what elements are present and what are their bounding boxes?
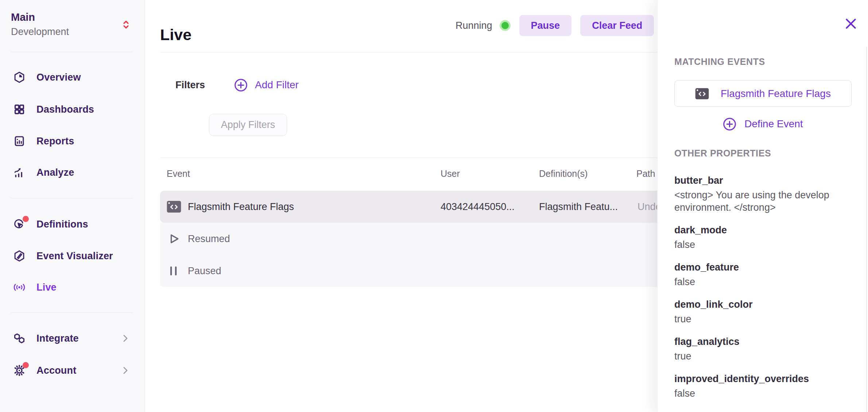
add-filter-label: Add Filter — [255, 79, 299, 91]
sidebar-item-account[interactable]: Account — [0, 359, 144, 381]
pause-button[interactable]: Pause — [519, 15, 572, 36]
code-window-icon — [167, 201, 181, 213]
sidebar-divider — [11, 312, 133, 313]
property-name: improved_identity_overrides — [674, 373, 845, 385]
event-visualizer-icon — [13, 250, 26, 262]
sidebar: Main Development Overview — [0, 0, 145, 412]
live-broadcast-icon — [13, 281, 26, 294]
account-gear-icon — [13, 364, 26, 377]
status-green-dot-icon — [500, 20, 511, 31]
panel-scrollbar[interactable] — [866, 47, 867, 412]
sidebar-item-label: Overview — [36, 72, 81, 83]
property-value: false — [674, 238, 845, 251]
properties-list: butter_bar <strong> You are using the de… — [674, 174, 845, 410]
close-icon — [846, 19, 856, 29]
header-controls: Running Pause Clear Feed — [456, 15, 654, 36]
property-item: demo_link_color true — [674, 298, 845, 325]
sidebar-item-live[interactable]: Live — [0, 276, 144, 298]
sidebar-item-analyze[interactable]: Analyze — [0, 162, 144, 183]
event-cell: Flagsmith Feature Flags — [188, 201, 294, 213]
define-event-label: Define Event — [744, 118, 803, 130]
property-name: butter_bar — [674, 174, 845, 187]
sidebar-item-label: Analyze — [36, 167, 74, 178]
sidebar-item-label: Event Visualizer — [36, 250, 113, 262]
property-item: flag_analytics true — [674, 335, 845, 362]
plus-circle-icon — [234, 78, 248, 92]
chevron-right-icon — [123, 335, 128, 342]
sidebar-item-label: Dashboards — [36, 104, 94, 115]
property-name: dark_mode — [674, 224, 845, 236]
definitions-cell: Flagsmith Featu... — [539, 201, 618, 213]
matched-event-card[interactable]: Flagsmith Feature Flags — [674, 80, 852, 107]
sidebar-item-dashboards[interactable]: Dashboards — [0, 98, 144, 120]
property-name: flag_analytics — [674, 335, 845, 348]
property-item: demo_feature false — [674, 261, 845, 288]
property-value: false — [674, 276, 845, 288]
sidebar-item-label: Reports — [36, 136, 74, 147]
other-properties-heading: OTHER PROPERTIES — [674, 148, 771, 159]
clear-feed-button[interactable]: Clear Feed — [580, 15, 654, 36]
sidebar-item-label: Live — [36, 282, 57, 293]
notification-badge — [23, 216, 29, 222]
apply-filters-button[interactable]: Apply Filters — [209, 114, 287, 136]
chevron-right-icon — [123, 367, 128, 374]
dashboards-grid-icon — [13, 103, 26, 116]
user-cell: 403424445050... — [441, 201, 515, 213]
sidebar-item-label: Integrate — [36, 333, 79, 344]
pause-icon — [169, 265, 178, 276]
definitions-icon — [13, 218, 26, 230]
column-header-event: Event — [167, 168, 190, 179]
sidebar-item-integrate[interactable]: Integrate — [0, 327, 144, 349]
define-event-button[interactable]: Define Event — [674, 116, 852, 132]
column-header-path: Path — [636, 168, 655, 179]
sidebar-item-label: Definitions — [36, 219, 88, 230]
property-value: true — [674, 350, 845, 362]
column-header-definitions: Definition(s) — [539, 168, 588, 179]
event-cell: Resumed — [188, 233, 230, 245]
workspace-environment: Development — [11, 26, 137, 38]
integrate-icon — [13, 332, 26, 345]
sidebar-item-overview[interactable]: Overview — [0, 66, 144, 88]
property-name: demo_feature — [674, 261, 845, 273]
event-detail-panel: MATCHING EVENTS Flagsmith Feature Flags … — [657, 0, 868, 412]
property-value: <strong> You are using the develop envir… — [674, 189, 845, 214]
workspace-switcher-icon — [123, 20, 129, 29]
matched-event-name: Flagsmith Feature Flags — [721, 88, 831, 100]
analyze-trend-icon — [13, 166, 26, 179]
page-title: Live — [160, 26, 191, 44]
property-value: false — [674, 387, 845, 400]
matching-events-heading: MATCHING EVENTS — [674, 57, 765, 67]
feed-status-label: Running — [456, 20, 492, 31]
workspace-switcher[interactable]: Main Development — [11, 11, 137, 38]
overview-hexagon-icon — [13, 71, 26, 83]
sidebar-item-reports[interactable]: Reports — [0, 130, 144, 152]
column-header-user: User — [441, 168, 460, 179]
sidebar-item-definitions[interactable]: Definitions — [0, 213, 144, 235]
close-panel-button[interactable] — [846, 18, 857, 29]
event-cell: Paused — [188, 265, 221, 277]
filters-label: Filters — [175, 79, 205, 91]
property-name: demo_link_color — [674, 298, 845, 311]
filters-bar: Filters Add Filter — [175, 78, 299, 92]
sidebar-item-label: Account — [36, 365, 76, 376]
add-filter-button[interactable]: Add Filter — [234, 78, 299, 92]
plus-circle-icon — [723, 117, 736, 131]
sidebar-divider — [11, 198, 133, 198]
property-item: butter_bar <strong> You are using the de… — [674, 174, 845, 214]
reports-icon — [13, 135, 26, 147]
notification-badge — [23, 362, 29, 368]
play-icon — [169, 233, 180, 244]
property-item: dark_mode false — [674, 224, 845, 251]
app-root: Main Development Overview — [0, 0, 868, 412]
sidebar-item-event-visualizer[interactable]: Event Visualizer — [0, 245, 144, 267]
property-item: improved_identity_overrides false — [674, 373, 845, 400]
workspace-name: Main — [11, 11, 137, 23]
property-value: true — [674, 313, 845, 325]
code-window-icon — [695, 88, 709, 100]
sidebar-divider — [11, 52, 133, 52]
